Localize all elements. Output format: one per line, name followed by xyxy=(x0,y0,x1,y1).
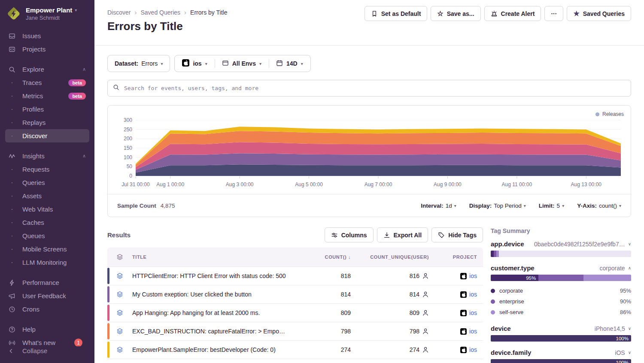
environment-selector[interactable]: All Envs ▾ xyxy=(215,55,269,72)
columns-button[interactable]: Columns xyxy=(325,227,374,242)
chevron-down-icon[interactable]: ∨ xyxy=(628,326,631,331)
chevron-up-icon[interactable]: ∧ xyxy=(628,266,631,270)
chevron-down-icon[interactable]: ∨ xyxy=(628,242,631,246)
date-range-selector[interactable]: 14D ▾ xyxy=(269,55,310,72)
project-link[interactable]: ios xyxy=(469,309,477,316)
tag-bar-segment[interactable]: 100% xyxy=(491,359,631,363)
row-title[interactable]: App Hanging: App hanging for at least 20… xyxy=(132,309,292,316)
project-link[interactable]: ios xyxy=(469,346,477,353)
col-title[interactable]: TITLE xyxy=(132,254,292,260)
save-as-button[interactable]: ☆Save as... xyxy=(431,6,480,21)
sidebar-item-llm-monitoring[interactable]: ·LLM Monitoring xyxy=(5,256,89,269)
sidebar-item-projects[interactable]: Projects xyxy=(5,42,89,56)
export-all-button[interactable]: Export All xyxy=(377,227,428,242)
sidebar-item-insights[interactable]: Insights∧ xyxy=(5,149,89,163)
sidebar-item-explore[interactable]: Explore∧ xyxy=(5,63,89,76)
sidebar-item-requests[interactable]: ·Requests xyxy=(5,163,89,176)
sidebar-item-help[interactable]: Help xyxy=(5,323,89,336)
sidebar-item-web-vitals[interactable]: ·Web Vitals xyxy=(5,203,89,216)
y-axis-selector[interactable]: Y-Axis: count() ▾ xyxy=(577,203,621,209)
tag-value-row[interactable]: self-serve 86% xyxy=(491,307,631,318)
sidebar-item-assets[interactable]: ·Assets xyxy=(5,189,89,203)
chevron-down-icon[interactable]: ∨ xyxy=(628,350,631,355)
control-label: Display: xyxy=(469,203,492,209)
sidebar-item-crons[interactable]: Crons xyxy=(5,302,89,316)
org-switcher[interactable]: Empower Plant ▾ Jane Schmidt xyxy=(0,6,94,21)
sidebar-item-performance[interactable]: Performance xyxy=(5,276,89,289)
row-title[interactable]: EXC_BAD_INSTRUCTION: captureFatalError: … xyxy=(132,328,292,335)
table-row[interactable]: My Custom exeption: User clicked the but… xyxy=(107,285,483,303)
stack-icon[interactable] xyxy=(107,309,132,316)
control-label: Limit: xyxy=(539,203,555,209)
tag-value-row[interactable]: corporate 95% xyxy=(491,285,631,296)
col-count[interactable]: COUNT() ↓ xyxy=(292,254,357,260)
stack-icon[interactable] xyxy=(107,346,132,353)
sidebar-item-whats-new[interactable]: What's new1 xyxy=(5,336,89,346)
limit-selector[interactable]: Limit: 5 ▾ xyxy=(539,203,564,209)
svg-text:Jul 31 00:00: Jul 31 00:00 xyxy=(122,182,150,188)
tag-header[interactable]: customer.type corporate ∧ xyxy=(491,264,631,272)
dataset-selector[interactable]: Dataset: Errors ▾ xyxy=(107,55,170,72)
sidebar-item-replays[interactable]: ·Replays xyxy=(5,116,89,129)
sidebar-item-caches[interactable]: ·Caches xyxy=(5,216,89,229)
sidebar-item-queries[interactable]: ·Queries xyxy=(5,176,89,189)
stack-icon[interactable] xyxy=(107,328,132,335)
interval-selector[interactable]: Interval: 1d ▾ xyxy=(421,203,456,209)
tag-bar-segment[interactable]: 95% xyxy=(491,275,538,281)
col-count-unique-user[interactable]: COUNT_UNIQUE(USER) xyxy=(357,254,435,260)
more-button[interactable]: ··· xyxy=(544,6,563,21)
stack-icon[interactable] xyxy=(107,291,132,298)
tag-bar-segment[interactable] xyxy=(583,275,631,281)
col-project[interactable]: PROJECT xyxy=(435,254,483,260)
project-link[interactable]: ios xyxy=(469,328,477,335)
svg-text:Aug 5 00:00: Aug 5 00:00 xyxy=(295,182,323,188)
stack-icon[interactable] xyxy=(107,272,132,279)
table-row[interactable]: EmpowerPlant.SampleError: bestDeveloper … xyxy=(107,340,483,359)
bullet-icon: · xyxy=(7,132,17,140)
table-row[interactable]: EXC_BAD_INSTRUCTION: captureFatalError: … xyxy=(107,322,483,340)
hide-tags-button[interactable]: Hide Tags xyxy=(431,227,483,242)
sidebar-item-queues[interactable]: ·Queues xyxy=(5,229,89,242)
tag-header[interactable]: device.family iOS ∨ xyxy=(491,349,631,356)
sidebar-item-traces[interactable]: ·Tracesbeta xyxy=(5,76,89,89)
search-bar[interactable] xyxy=(107,80,631,97)
tag-bar-segment[interactable]: 100% xyxy=(491,335,631,342)
row-title[interactable]: EmpowerPlant.SampleError: bestDeveloper … xyxy=(132,346,292,353)
project-selector[interactable]: ios ▾ xyxy=(175,55,214,72)
breadcrumb-discover[interactable]: Discover xyxy=(107,9,131,16)
tag-header[interactable]: app.device 0baebc0de4982f1255f2e9e9fb7… … xyxy=(491,240,631,248)
row-title[interactable]: My Custom exeption: User clicked the but… xyxy=(132,291,292,298)
row-title[interactable]: HTTPClientError: HTTP Client Error with … xyxy=(132,272,292,279)
legend-item-releases[interactable]: Releases xyxy=(595,111,624,117)
tag-bar-segment[interactable] xyxy=(491,251,494,257)
chevron-up-icon[interactable]: ∧ xyxy=(82,153,86,159)
tag-header[interactable]: device iPhone14,5 ∨ xyxy=(491,325,631,332)
table-row[interactable]: EmpowerPlant.SampleError: happyCustomer … xyxy=(107,359,483,363)
set-as-default-button[interactable]: Set as Default xyxy=(365,6,428,21)
download-icon xyxy=(383,232,390,239)
sidebar-item-profiles[interactable]: ·Profiles xyxy=(5,103,89,116)
tag-value-row[interactable]: enterprise 90% xyxy=(491,296,631,307)
saved-queries-button[interactable]: ★Saved Queries xyxy=(567,6,631,21)
project-link[interactable]: ios xyxy=(469,272,477,279)
series-color-bar xyxy=(107,342,109,358)
sidebar-item-mobile-screens[interactable]: ·Mobile Screens xyxy=(5,242,89,256)
tag-bar-segment[interactable] xyxy=(496,251,499,257)
create-alert-button[interactable]: Create Alert xyxy=(484,6,541,21)
sidebar-item-discover[interactable]: ·Discover xyxy=(5,129,89,142)
button-label: Columns xyxy=(341,232,367,239)
table-row[interactable]: App Hanging: App hanging for at least 20… xyxy=(107,303,483,322)
apple-platform-icon xyxy=(460,347,467,353)
search-input[interactable] xyxy=(123,85,626,92)
tag-bar-segment[interactable] xyxy=(538,275,583,281)
sidebar-item-issues[interactable]: Issues xyxy=(5,29,89,42)
display-selector[interactable]: Display: Top Period ▾ xyxy=(469,203,526,209)
table-row[interactable]: HTTPClientError: HTTP Client Error with … xyxy=(107,266,483,285)
chevron-up-icon[interactable]: ∧ xyxy=(82,67,86,72)
sidebar-item-user-feedback[interactable]: User Feedback xyxy=(5,289,89,302)
collapse-button[interactable]: Collapse xyxy=(0,346,94,363)
project-link[interactable]: ios xyxy=(469,291,477,298)
breadcrumb-saved-queries[interactable]: Saved Queries xyxy=(140,9,180,16)
sidebar-item-metrics[interactable]: ·Metricsbeta xyxy=(5,89,89,103)
control-label: Y-Axis: xyxy=(577,203,597,209)
